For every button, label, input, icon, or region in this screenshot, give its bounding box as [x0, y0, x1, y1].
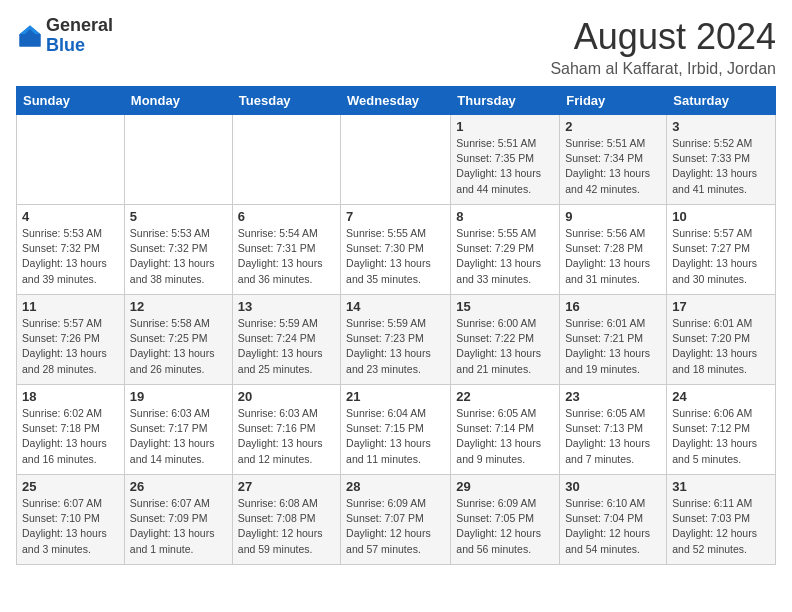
day-info: Sunrise: 5:56 AM Sunset: 7:28 PM Dayligh…	[565, 226, 661, 287]
day-number: 31	[672, 479, 770, 494]
day-number: 3	[672, 119, 770, 134]
calendar-cell: 17Sunrise: 6:01 AM Sunset: 7:20 PM Dayli…	[667, 295, 776, 385]
calendar-day-header: Saturday	[667, 87, 776, 115]
day-info: Sunrise: 5:53 AM Sunset: 7:32 PM Dayligh…	[130, 226, 227, 287]
calendar-table: SundayMondayTuesdayWednesdayThursdayFrid…	[16, 86, 776, 565]
day-number: 21	[346, 389, 445, 404]
calendar-week-row: 25Sunrise: 6:07 AM Sunset: 7:10 PM Dayli…	[17, 475, 776, 565]
day-info: Sunrise: 6:07 AM Sunset: 7:09 PM Dayligh…	[130, 496, 227, 557]
calendar-cell: 16Sunrise: 6:01 AM Sunset: 7:21 PM Dayli…	[560, 295, 667, 385]
day-info: Sunrise: 6:05 AM Sunset: 7:13 PM Dayligh…	[565, 406, 661, 467]
calendar-cell: 19Sunrise: 6:03 AM Sunset: 7:17 PM Dayli…	[124, 385, 232, 475]
calendar-cell: 24Sunrise: 6:06 AM Sunset: 7:12 PM Dayli…	[667, 385, 776, 475]
day-number: 22	[456, 389, 554, 404]
calendar-cell: 31Sunrise: 6:11 AM Sunset: 7:03 PM Dayli…	[667, 475, 776, 565]
calendar-cell	[232, 115, 340, 205]
title-block: August 2024 Saham al Kaffarat, Irbid, Jo…	[550, 16, 776, 78]
day-number: 2	[565, 119, 661, 134]
day-number: 10	[672, 209, 770, 224]
calendar-day-header: Friday	[560, 87, 667, 115]
calendar-cell: 10Sunrise: 5:57 AM Sunset: 7:27 PM Dayli…	[667, 205, 776, 295]
day-info: Sunrise: 6:08 AM Sunset: 7:08 PM Dayligh…	[238, 496, 335, 557]
day-number: 12	[130, 299, 227, 314]
calendar-week-row: 4Sunrise: 5:53 AM Sunset: 7:32 PM Daylig…	[17, 205, 776, 295]
calendar-cell: 25Sunrise: 6:07 AM Sunset: 7:10 PM Dayli…	[17, 475, 125, 565]
calendar-cell: 2Sunrise: 5:51 AM Sunset: 7:34 PM Daylig…	[560, 115, 667, 205]
day-info: Sunrise: 5:57 AM Sunset: 7:26 PM Dayligh…	[22, 316, 119, 377]
day-number: 14	[346, 299, 445, 314]
day-info: Sunrise: 6:06 AM Sunset: 7:12 PM Dayligh…	[672, 406, 770, 467]
day-number: 6	[238, 209, 335, 224]
calendar-week-row: 11Sunrise: 5:57 AM Sunset: 7:26 PM Dayli…	[17, 295, 776, 385]
day-number: 17	[672, 299, 770, 314]
calendar-cell: 20Sunrise: 6:03 AM Sunset: 7:16 PM Dayli…	[232, 385, 340, 475]
calendar-cell: 14Sunrise: 5:59 AM Sunset: 7:23 PM Dayli…	[341, 295, 451, 385]
day-info: Sunrise: 6:03 AM Sunset: 7:16 PM Dayligh…	[238, 406, 335, 467]
calendar-cell: 15Sunrise: 6:00 AM Sunset: 7:22 PM Dayli…	[451, 295, 560, 385]
logo: General Blue	[16, 16, 113, 56]
calendar-cell	[124, 115, 232, 205]
day-info: Sunrise: 5:51 AM Sunset: 7:35 PM Dayligh…	[456, 136, 554, 197]
day-number: 25	[22, 479, 119, 494]
calendar-day-header: Monday	[124, 87, 232, 115]
calendar-day-header: Thursday	[451, 87, 560, 115]
calendar-cell	[341, 115, 451, 205]
day-info: Sunrise: 6:09 AM Sunset: 7:07 PM Dayligh…	[346, 496, 445, 557]
calendar-cell: 29Sunrise: 6:09 AM Sunset: 7:05 PM Dayli…	[451, 475, 560, 565]
day-info: Sunrise: 6:11 AM Sunset: 7:03 PM Dayligh…	[672, 496, 770, 557]
calendar-cell: 22Sunrise: 6:05 AM Sunset: 7:14 PM Dayli…	[451, 385, 560, 475]
day-number: 1	[456, 119, 554, 134]
calendar-cell: 30Sunrise: 6:10 AM Sunset: 7:04 PM Dayli…	[560, 475, 667, 565]
day-number: 13	[238, 299, 335, 314]
day-info: Sunrise: 5:52 AM Sunset: 7:33 PM Dayligh…	[672, 136, 770, 197]
day-info: Sunrise: 5:57 AM Sunset: 7:27 PM Dayligh…	[672, 226, 770, 287]
day-number: 19	[130, 389, 227, 404]
day-info: Sunrise: 5:58 AM Sunset: 7:25 PM Dayligh…	[130, 316, 227, 377]
day-number: 26	[130, 479, 227, 494]
day-info: Sunrise: 5:55 AM Sunset: 7:29 PM Dayligh…	[456, 226, 554, 287]
day-number: 23	[565, 389, 661, 404]
day-number: 24	[672, 389, 770, 404]
day-info: Sunrise: 6:04 AM Sunset: 7:15 PM Dayligh…	[346, 406, 445, 467]
calendar-cell: 12Sunrise: 5:58 AM Sunset: 7:25 PM Dayli…	[124, 295, 232, 385]
calendar-cell: 21Sunrise: 6:04 AM Sunset: 7:15 PM Dayli…	[341, 385, 451, 475]
calendar-header-row: SundayMondayTuesdayWednesdayThursdayFrid…	[17, 87, 776, 115]
logo-blue-text: Blue	[46, 35, 85, 55]
day-info: Sunrise: 5:54 AM Sunset: 7:31 PM Dayligh…	[238, 226, 335, 287]
day-number: 11	[22, 299, 119, 314]
day-number: 5	[130, 209, 227, 224]
calendar-cell: 11Sunrise: 5:57 AM Sunset: 7:26 PM Dayli…	[17, 295, 125, 385]
day-info: Sunrise: 5:59 AM Sunset: 7:24 PM Dayligh…	[238, 316, 335, 377]
day-info: Sunrise: 6:01 AM Sunset: 7:21 PM Dayligh…	[565, 316, 661, 377]
day-number: 30	[565, 479, 661, 494]
day-info: Sunrise: 6:03 AM Sunset: 7:17 PM Dayligh…	[130, 406, 227, 467]
calendar-day-header: Wednesday	[341, 87, 451, 115]
day-number: 16	[565, 299, 661, 314]
calendar-cell: 23Sunrise: 6:05 AM Sunset: 7:13 PM Dayli…	[560, 385, 667, 475]
month-title: August 2024	[550, 16, 776, 58]
calendar-cell: 13Sunrise: 5:59 AM Sunset: 7:24 PM Dayli…	[232, 295, 340, 385]
calendar-cell: 4Sunrise: 5:53 AM Sunset: 7:32 PM Daylig…	[17, 205, 125, 295]
day-number: 18	[22, 389, 119, 404]
day-info: Sunrise: 6:01 AM Sunset: 7:20 PM Dayligh…	[672, 316, 770, 377]
page-header: General Blue August 2024 Saham al Kaffar…	[16, 16, 776, 78]
calendar-cell: 5Sunrise: 5:53 AM Sunset: 7:32 PM Daylig…	[124, 205, 232, 295]
day-number: 20	[238, 389, 335, 404]
calendar-day-header: Tuesday	[232, 87, 340, 115]
day-number: 9	[565, 209, 661, 224]
calendar-cell: 27Sunrise: 6:08 AM Sunset: 7:08 PM Dayli…	[232, 475, 340, 565]
calendar-body: 1Sunrise: 5:51 AM Sunset: 7:35 PM Daylig…	[17, 115, 776, 565]
calendar-cell: 8Sunrise: 5:55 AM Sunset: 7:29 PM Daylig…	[451, 205, 560, 295]
calendar-cell: 7Sunrise: 5:55 AM Sunset: 7:30 PM Daylig…	[341, 205, 451, 295]
logo-general-text: General	[46, 15, 113, 35]
calendar-cell: 6Sunrise: 5:54 AM Sunset: 7:31 PM Daylig…	[232, 205, 340, 295]
day-number: 8	[456, 209, 554, 224]
day-info: Sunrise: 6:09 AM Sunset: 7:05 PM Dayligh…	[456, 496, 554, 557]
location-title: Saham al Kaffarat, Irbid, Jordan	[550, 60, 776, 78]
calendar-cell: 18Sunrise: 6:02 AM Sunset: 7:18 PM Dayli…	[17, 385, 125, 475]
day-number: 7	[346, 209, 445, 224]
day-info: Sunrise: 6:10 AM Sunset: 7:04 PM Dayligh…	[565, 496, 661, 557]
day-number: 27	[238, 479, 335, 494]
calendar-cell	[17, 115, 125, 205]
calendar-cell: 1Sunrise: 5:51 AM Sunset: 7:35 PM Daylig…	[451, 115, 560, 205]
